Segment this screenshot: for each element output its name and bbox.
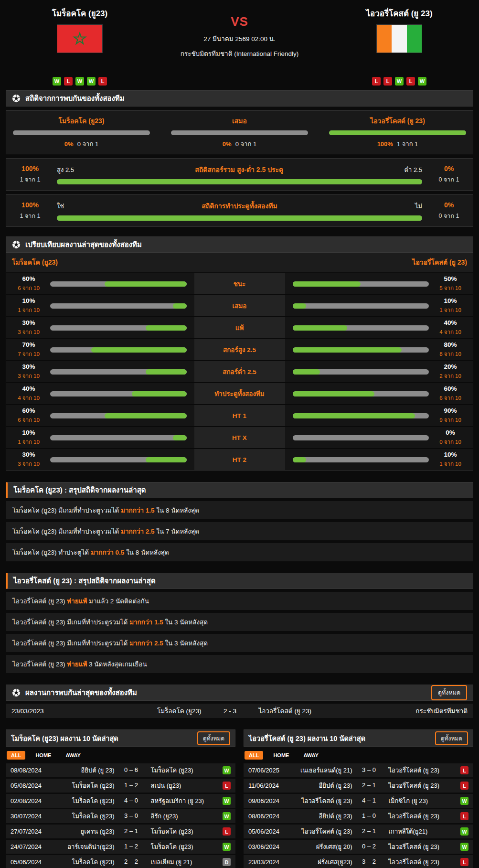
form-result-badge: W — [87, 77, 96, 86]
match-date: 07/06/2025 — [248, 767, 292, 774]
away-team: ไอวอรี่โคสต์ (ยู 23) — [386, 857, 458, 867]
match-score: 3 – 2 — [352, 858, 386, 866]
away-side: 60% 6 จาก 10 — [285, 383, 473, 404]
comparison-home-name: โมร็อคโค (ยู23) — [12, 257, 58, 268]
comparison-team-names: โมร็อคโค (ยู23) ไอวอรี่โคสต์ (ยู 23) — [6, 253, 473, 272]
stat-label: HT X — [194, 427, 285, 448]
home-percent: 30% — [14, 319, 43, 326]
away-team: ไอวอรี่โคสต์ (ยู 23) — [386, 781, 458, 791]
home-table-header: โมร็อคโค (ยู23) ผลงาน 10 นัดล่าสุด ดูทั้… — [6, 729, 235, 747]
match-date: 05/06/2024 — [11, 858, 54, 866]
home-count: 1 จาก 10 — [14, 438, 43, 446]
away-side: 80% 8 จาก 10 — [285, 339, 473, 360]
form-result-badge: W — [395, 77, 404, 86]
btts-bar-area: ใช่ สถิติการทำประตูทั้งสองทีม ไม่ — [57, 201, 422, 221]
away-percent: 10% — [436, 451, 465, 458]
match-date: 02/08/2024 — [11, 797, 54, 804]
match-date: 03/06/2024 — [248, 843, 292, 850]
column-label: โมร็อคโค (ยู23) — [13, 116, 150, 126]
away-percent: 80% — [436, 341, 465, 348]
result-badge: W — [460, 843, 468, 851]
away-stat-bar — [293, 303, 429, 309]
match-score: 4 – 0 — [115, 797, 148, 804]
filter-tab[interactable]: ALL — [7, 751, 25, 760]
home-percent: 70% — [14, 341, 43, 348]
home-stat-bar — [50, 347, 187, 353]
match-score: 1 – 0 — [352, 812, 386, 820]
match-row: 08/06/2024 อียิปต์ (ยู 23) 1 – 0 ไอวอรี่… — [244, 809, 473, 823]
match-datetime: 27 มีนาคม 2569 02:00 น. — [203, 33, 275, 44]
stat-label: สกอร์ต่ำ 2.5 — [194, 361, 285, 382]
home-team: โมร็อคโค (ยู23) — [54, 811, 115, 821]
home-stat-bar — [50, 325, 187, 331]
away-stat-bar — [293, 281, 429, 287]
away-side: 50% 5 จาก 10 — [285, 273, 473, 294]
away-table-tabs: ALLHOMEAWAY — [245, 751, 473, 760]
form-result-badge: L — [64, 77, 73, 86]
view-all-button[interactable]: ดูทั้งหมด — [431, 685, 467, 700]
match-score: 2 – 1 — [115, 827, 148, 835]
filter-tab[interactable]: ALL — [245, 751, 263, 760]
view-all-button[interactable]: ดูทั้งหมด — [435, 731, 468, 745]
section-title: โมร็อคโค (ยู23) : สรุปสถิติจากผลงานล่าสุ… — [13, 484, 146, 496]
filter-tab[interactable]: HOME — [269, 751, 293, 760]
away-team: อิรัก (ยู23) — [148, 811, 220, 821]
match-row: 08/08/2024 อียิปต์ (ยู 23) 0 – 6 โมร็อคโ… — [6, 763, 235, 777]
home-team: อียิปต์ (ยู 23) — [292, 811, 352, 821]
btts-yes-label: ใช่ — [57, 201, 64, 211]
summary-row: โมร็อคโค (ยู23) ทำประตูได้ มากกว่า 0.5 ใ… — [6, 543, 473, 561]
section-title: ไอวอรี่โคสต์ (ยู 23) : สรุปสถิติจากผลงาน… — [13, 575, 156, 587]
stat-label: แพ้ — [194, 317, 285, 338]
stat-label: HT 2 — [194, 449, 285, 470]
comparison-rows: 60% 6 จาก 10 ชนะ 50% 5 จาก 10 10% — [6, 272, 473, 471]
away-stat-bar — [293, 413, 429, 418]
away-summary-header: ไอวอรี่โคสต์ (ยู 23) : สรุปสถิติจากผลงาน… — [6, 573, 473, 589]
match-date: 05/08/2024 — [11, 782, 54, 789]
filter-tab[interactable]: AWAY — [61, 751, 85, 760]
match-row: 07/06/2025 เนเธอร์แลนด์(ยู 21) 3 – 0 ไอว… — [244, 763, 473, 777]
btts-left-stats: 100% 1 จาก 1 — [13, 201, 47, 221]
home-stat-bar — [50, 413, 187, 418]
ou-right-stats: 0% 0 จาก 1 — [432, 165, 466, 184]
stat-label: ชนะ — [194, 273, 285, 294]
away-side: 10% 1 จาก 10 — [285, 295, 473, 316]
home-stat-bar — [50, 435, 187, 440]
table-title: ไอวอรี่โคสต์ (ยู 23) ผลงาน 10 นัดล่าสุด — [249, 733, 365, 744]
comparison-row: 30% 3 จาก 10 HT 2 10% 1 จาก 10 — [6, 448, 473, 470]
match-date: 05/06/2024 — [248, 828, 292, 835]
stat-label: สกอร์สูง 2.5 — [194, 339, 285, 360]
ou-bar-area: สูง 2.5 สถิติสกอร์รวม สูง-ต่ำ 2.5 ประตู … — [57, 164, 422, 184]
away-team: เบลเยียม (ยู 21) — [148, 857, 220, 867]
away-summary-section: ไอวอรี่โคสต์ (ยู 23) : สรุปสถิติจากผลงาน… — [0, 573, 479, 673]
home-team: โมร็อคโค (ยู23) — [93, 706, 215, 716]
match-row: 27/07/2024 ยูเครน (ยู23) 2 – 1 โมร็อคโค … — [6, 825, 235, 838]
away-stat-bar — [293, 457, 429, 462]
away-percent: 50% — [436, 275, 465, 282]
away-stat-bar — [293, 325, 429, 331]
column-stats: 0%0 จาก 1 — [13, 139, 150, 149]
away-count: 2 จาก 10 — [436, 372, 465, 380]
match-score: 2 – 1 — [352, 782, 386, 789]
highlight-text: พ่ายแพ้ — [67, 598, 87, 605]
home-side: 40% 4 จาก 10 — [6, 383, 194, 404]
soccer-ball-icon — [12, 688, 21, 697]
result-badge: L — [460, 858, 468, 866]
home-count: 6 จาก 10 — [14, 284, 43, 292]
result-badge: L — [223, 827, 231, 836]
match-score: 1 – 2 — [115, 782, 148, 789]
home-count: 3 จาก 10 — [14, 372, 43, 380]
filter-tab[interactable]: AWAY — [299, 751, 322, 760]
h2h-match-row: 23/03/2023 โมร็อคโค (ยู23) 2 - 3 ไอวอรี่… — [6, 704, 473, 718]
comparison-away-name: ไอวอรี่โคสต์ (ยู 23) — [412, 257, 467, 268]
form-result-badge: L — [98, 77, 107, 86]
soccer-ball-icon — [12, 94, 21, 103]
h2h-btts-panel: 100% 1 จาก 1 ใช่ สถิติการทำประตูทั้งสองท… — [6, 194, 473, 227]
filter-tab[interactable]: HOME — [31, 751, 55, 760]
home-stat-bar — [50, 303, 187, 309]
stat-label: HT 1 — [194, 405, 285, 426]
result-badge: W — [223, 843, 231, 851]
view-all-button[interactable]: ดูทั้งหมด — [197, 731, 230, 745]
home-count: 3 จาก 10 — [14, 328, 43, 336]
away-percent: 0% — [436, 429, 465, 436]
away-team: ไอวอรี่โคสต์ (ยู 23) — [386, 811, 458, 821]
